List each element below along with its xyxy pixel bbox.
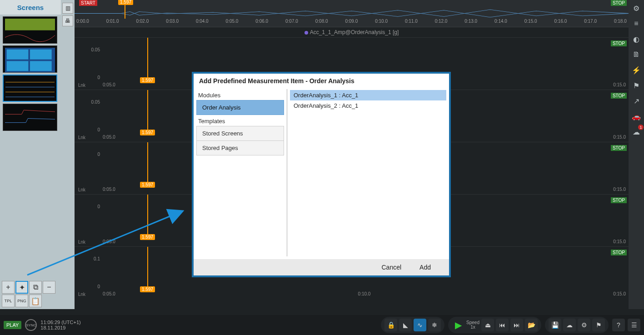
y-tick: 0.05 <box>91 47 100 52</box>
timeline-cursor-label: 1.597 <box>118 0 133 5</box>
timeline-tick: 0:16.0 <box>554 19 567 27</box>
plot-stop-badge: STOP <box>611 250 627 255</box>
status-bar: PLAY SYNC 11:06:29 (UTC+1)18.11.2019 🔒 ◣… <box>0 315 644 335</box>
remove-screen-button[interactable]: − <box>43 281 55 294</box>
timeline-tick: 0:11.0 <box>405 19 418 27</box>
timeline-start-badge: START <box>79 0 97 6</box>
measurement-item[interactable]: OrderAnalysis_1 : Acc_1 <box>290 90 446 100</box>
templates-header: Templates <box>196 115 284 126</box>
tpl-button[interactable]: TPL <box>2 295 15 307</box>
right-toolbar: ⚙ ≡ ◐ 🗎 ⚡ ⚑ ↗ 🚗 ☁ <box>629 0 644 309</box>
x-tick: 0:05.0 <box>103 135 115 142</box>
png-button[interactable]: PNG <box>15 295 28 307</box>
next-icon[interactable]: ⏭ <box>510 319 523 331</box>
timeline-tick: 0:07.0 <box>285 19 298 27</box>
timeline-tick: 0:10.0 <box>375 19 388 27</box>
series-color-dot <box>305 31 308 35</box>
bolt-icon[interactable]: ⚡ <box>631 65 642 75</box>
screens-tools: + ✦ ⧉ − TPL PNG 📋 <box>0 279 61 309</box>
x-tick: 0:05.0 <box>103 82 115 90</box>
y-tick: 0 <box>97 204 100 209</box>
plot-cursor[interactable]: 1.597 <box>147 195 148 239</box>
print-icon[interactable]: 🖶 <box>62 15 73 26</box>
list-icon[interactable]: ≡ <box>631 18 642 29</box>
y-axis-label: Lnk <box>78 83 85 88</box>
folder-icon[interactable]: 📂 <box>525 319 538 331</box>
timeline-waveform <box>75 8 629 19</box>
y-axis-label: Lnk <box>78 187 85 192</box>
cloud-icon[interactable]: ☁ <box>631 126 642 137</box>
x-tick: 0:15.0 <box>613 239 626 246</box>
plot-cursor[interactable]: 1.597 <box>147 38 148 82</box>
clipboard-button[interactable]: 📋 <box>29 295 42 307</box>
timeline-tick: 0:17.0 <box>584 19 597 27</box>
note-icon[interactable]: 🗎 <box>631 49 642 60</box>
add-button[interactable]: Add <box>419 264 431 271</box>
eject-icon[interactable]: ⏏ <box>481 319 494 331</box>
screen-thumb-2[interactable] <box>3 75 57 102</box>
gauge-icon[interactable]: ◐ <box>631 34 642 45</box>
add-measurement-dialog: Add Predefined Measurement Item - Order … <box>192 72 451 277</box>
y-tick: 0 <box>97 284 100 289</box>
gear-icon[interactable]: ⚙ <box>631 3 642 14</box>
prev-icon[interactable]: ⏮ <box>496 319 509 331</box>
marker-icon[interactable]: ⚑ <box>592 319 605 331</box>
sync-button[interactable]: SYNC <box>25 319 37 331</box>
play-badge[interactable]: PLAY <box>4 321 21 329</box>
cloud-save-icon[interactable]: ☁ <box>563 319 576 331</box>
plot-cursor[interactable]: 1.597 <box>147 90 148 135</box>
module-order-analysis[interactable]: Order Analysis <box>196 100 284 115</box>
template-stored-screens[interactable]: Stored Screens <box>196 126 284 141</box>
help-button[interactable]: ? <box>612 319 625 331</box>
flag-icon[interactable]: ⚑ <box>631 80 642 91</box>
screen-thumb-3[interactable] <box>3 104 57 131</box>
timeline[interactable]: START STOP 1.597 0:00.00:01.00:02.00:03.… <box>75 0 629 27</box>
plot-stop-badge: STOP <box>611 40 627 46</box>
x-tick: 0:15.0 <box>613 291 626 299</box>
windows-icon[interactable]: ▥ <box>62 3 73 14</box>
template-stored-pages[interactable]: Stored Pages <box>196 140 284 155</box>
dialog-footer: Cancel Add <box>194 259 449 275</box>
screen-thumb-0[interactable] <box>3 16 57 44</box>
add-screen-button[interactable]: + <box>2 281 15 294</box>
plot-stop-badge: STOP <box>611 197 627 203</box>
share-icon[interactable]: ↗ <box>631 95 642 106</box>
plot-stop-badge: STOP <box>611 145 627 151</box>
svg-rect-0 <box>5 19 55 30</box>
plot-stop-badge: STOP <box>611 93 627 99</box>
measurement-item[interactable]: OrderAnalysis_2 : Acc_1 <box>290 100 446 111</box>
x-tick: 0:05.0 <box>103 239 115 246</box>
y-tick: 0 <box>97 127 100 132</box>
play-button[interactable]: ▶ <box>452 319 464 331</box>
menu-icon[interactable]: ☰ <box>628 319 640 331</box>
speed-indicator[interactable]: Speed1x <box>466 320 479 330</box>
car-icon[interactable]: 🚗 <box>631 111 642 122</box>
timeline-stop-badge: STOP <box>611 0 627 6</box>
plot-cursor[interactable]: 1.597 <box>147 142 148 187</box>
wand-button[interactable]: ✦ <box>15 281 28 294</box>
plot-cursor[interactable]: 1.597 <box>147 247 148 291</box>
screen-thumb-1[interactable] <box>3 45 57 73</box>
y-axis-label: Lnk <box>78 292 85 297</box>
save-icon[interactable]: 💾 <box>549 319 561 331</box>
transport-right-group: 💾 ☁ ⚙ ⚑ <box>545 317 609 333</box>
x-tick: 0:05.0 <box>103 187 115 194</box>
snow-icon[interactable]: ❄ <box>428 319 441 331</box>
export-settings-icon[interactable]: ⚙ <box>578 319 590 331</box>
status-right: ? ☰ <box>612 319 640 331</box>
timeline-tick: 0:00.0 <box>76 19 89 27</box>
x-tick: 0:10.0 <box>358 291 371 299</box>
timeline-tick: 0:05.0 <box>226 19 239 27</box>
timeline-tick: 0:06.0 <box>255 19 268 27</box>
timeline-tick: 0:02.0 <box>136 19 149 27</box>
dialog-right-panel: OrderAnalysis_1 : Acc_1OrderAnalysis_2 :… <box>287 89 449 256</box>
timeline-tick: 0:12.0 <box>435 19 448 27</box>
lock-icon[interactable]: 🔒 <box>384 319 397 331</box>
ruler-icon[interactable]: ◣ <box>399 319 412 331</box>
curve-icon[interactable]: ∿ <box>414 319 426 331</box>
copy-screen-button[interactable]: ⧉ <box>29 281 42 294</box>
screens-thumbnails <box>0 15 61 133</box>
cancel-button[interactable]: Cancel <box>381 264 401 271</box>
timeline-tick: 0:04.0 <box>196 19 209 27</box>
timeline-cursor[interactable]: 1.597 <box>125 0 125 19</box>
